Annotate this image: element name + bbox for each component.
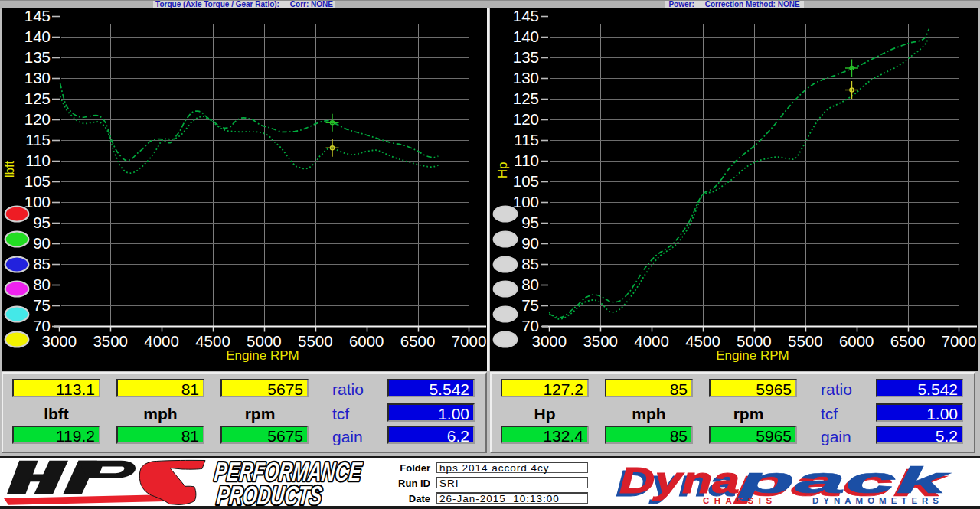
svg-text:Dyna: Dyna — [619, 459, 740, 501]
svg-text:75: 75 — [521, 296, 539, 314]
svg-text:135: 135 — [24, 48, 51, 66]
svg-text:DYNAMOMETERS: DYNAMOMETERS — [812, 496, 943, 505]
svg-text:100: 100 — [513, 193, 539, 210]
svg-text:6500: 6500 — [890, 332, 926, 350]
svg-text:120: 120 — [24, 110, 51, 128]
svg-text:105: 105 — [24, 172, 51, 190]
svg-text:5000: 5000 — [247, 332, 282, 350]
svg-text:5500: 5500 — [788, 332, 823, 350]
svg-text:95: 95 — [521, 214, 539, 231]
svg-text:100: 100 — [24, 193, 51, 210]
svg-text:4500: 4500 — [195, 332, 230, 350]
svg-text:95: 95 — [33, 214, 51, 231]
svg-text:75: 75 — [33, 296, 51, 314]
svg-text:CHASSIS: CHASSIS — [703, 496, 777, 505]
svg-text:5500: 5500 — [298, 332, 333, 350]
svg-text:lbft: lbft — [2, 160, 17, 178]
svg-text:pack: pack — [737, 460, 952, 501]
svg-text:130: 130 — [513, 69, 539, 86]
svg-text:125: 125 — [24, 90, 51, 107]
svg-text:115: 115 — [514, 131, 539, 148]
svg-text:145: 145 — [513, 8, 539, 24]
svg-text:4000: 4000 — [144, 332, 179, 350]
svg-text:80: 80 — [521, 276, 539, 293]
svg-text:Engine RPM: Engine RPM — [226, 348, 299, 363]
svg-text:85: 85 — [33, 255, 51, 272]
svg-text:4500: 4500 — [685, 332, 720, 350]
svg-text:140: 140 — [24, 28, 51, 45]
svg-text:3000: 3000 — [531, 332, 567, 350]
svg-text:145: 145 — [24, 8, 51, 24]
svg-text:5000: 5000 — [737, 332, 772, 350]
svg-text:85: 85 — [521, 255, 539, 272]
svg-text:115: 115 — [25, 131, 51, 148]
svg-text:3500: 3500 — [93, 332, 128, 350]
svg-text:7000: 7000 — [942, 332, 977, 350]
svg-text:125: 125 — [513, 90, 539, 107]
svg-text:Hp: Hp — [495, 162, 510, 179]
svg-text:110: 110 — [25, 152, 51, 169]
svg-text:3000: 3000 — [41, 332, 77, 350]
svg-text:6000: 6000 — [839, 332, 874, 350]
svg-text:90: 90 — [33, 234, 51, 252]
svg-text:6000: 6000 — [349, 332, 384, 350]
svg-text:140: 140 — [513, 28, 539, 45]
svg-text:130: 130 — [24, 69, 51, 86]
svg-text:4000: 4000 — [634, 332, 669, 350]
svg-text:120: 120 — [513, 110, 539, 128]
svg-text:135: 135 — [513, 48, 539, 66]
svg-text:110: 110 — [514, 152, 539, 169]
svg-text:80: 80 — [33, 276, 51, 293]
svg-text:Engine RPM: Engine RPM — [716, 348, 789, 363]
svg-text:105: 105 — [513, 172, 539, 190]
svg-text:7000: 7000 — [452, 332, 487, 350]
svg-text:PRODUCTS: PRODUCTS — [215, 481, 323, 506]
svg-text:90: 90 — [521, 234, 539, 252]
svg-text:6500: 6500 — [400, 332, 436, 350]
svg-text:3500: 3500 — [583, 332, 618, 350]
